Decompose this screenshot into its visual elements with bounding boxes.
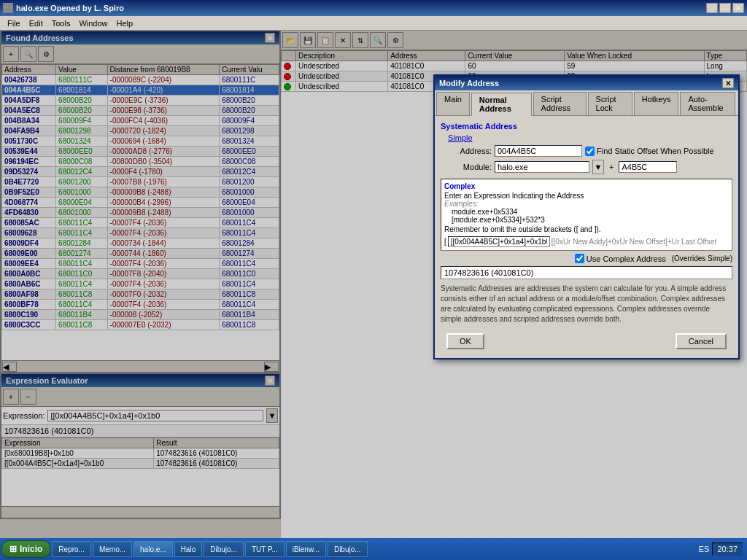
- complex-enter-text: Enter an Expression Indicating the Addre…: [444, 192, 729, 200]
- tab-hotkeys[interactable]: Hotkeys: [634, 92, 679, 115]
- plus-sign: +: [609, 163, 614, 171]
- subsection-simple: Simple Address: Find Static Offset When …: [448, 133, 732, 174]
- taskbar-task[interactable]: Repro...: [52, 541, 91, 557]
- module-row: Module: ▼ +: [448, 160, 732, 174]
- taskbar-task[interactable]: halo.e...: [133, 541, 173, 557]
- complex-expression-input[interactable]: [448, 236, 550, 247]
- taskbar-task[interactable]: Memo...: [93, 541, 132, 557]
- ok-button[interactable]: OK: [446, 333, 484, 349]
- module-dropdown[interactable]: ▼: [592, 160, 604, 174]
- minimize-button[interactable]: _: [706, 3, 718, 13]
- dialog-close-button[interactable]: ✕: [722, 78, 734, 88]
- use-complex-label: Use Complex Address: [575, 254, 666, 263]
- overrides-note: (Overrides Simple): [672, 254, 732, 262]
- simple-label[interactable]: Simple: [448, 133, 732, 142]
- taskbar-task[interactable]: Halo: [174, 541, 203, 557]
- tab-auto-assemble[interactable]: Auto-Assemble: [680, 92, 735, 115]
- complex-title: Complex: [444, 182, 729, 190]
- example1: module.exe+0x5334: [452, 208, 729, 216]
- dialog-buttons: OK Cancel: [441, 330, 732, 352]
- examples-container: module.exe+0x5334 [module.exe+0x5334]+53…: [452, 208, 729, 224]
- examples-label: Examples:: [444, 200, 729, 208]
- modal-overlay: Modify Address ✕ Main Normal Address Scr…: [0, 31, 747, 538]
- close-button[interactable]: ✕: [732, 3, 744, 13]
- use-complex-row: Use Complex Address (Overrides Simple): [441, 254, 732, 263]
- title-bar: halo.exe Opened by L. Spiro _ □ ✕: [0, 0, 747, 16]
- tab-script-address[interactable]: Script Address: [533, 92, 587, 115]
- menu-help[interactable]: Help: [112, 18, 138, 29]
- dialog-body: Systematic Address Simple Address: Find …: [435, 116, 738, 358]
- complex-note: Remember to omit the outside brackets ([…: [444, 225, 729, 233]
- offset-input[interactable]: [619, 161, 677, 173]
- address-label: Address:: [448, 147, 492, 155]
- menu-file[interactable]: File: [3, 18, 25, 29]
- clock: 20:37: [712, 542, 743, 556]
- taskbar-task[interactable]: Dibujo...: [204, 541, 244, 557]
- find-static-checkbox-label: Find Static Offset When Possible: [585, 147, 714, 156]
- maximize-button[interactable]: □: [719, 3, 731, 13]
- tab-script-lock[interactable]: Script Lock: [588, 92, 632, 115]
- menu-tools[interactable]: Tools: [47, 18, 75, 29]
- tab-main[interactable]: Main: [436, 92, 470, 115]
- taskbar: ⊞ Inicio Repro...Memo...halo.e...HaloDib…: [0, 538, 747, 560]
- modify-address-dialog: Modify Address ✕ Main Normal Address Scr…: [433, 74, 740, 359]
- result-display[interactable]: [441, 266, 732, 279]
- taskbar-tasks: Repro...Memo...halo.e...HaloDibujo...TUT…: [52, 541, 367, 557]
- module-input[interactable]: [495, 161, 589, 173]
- menu-bar: File Edit Tools Window Help: [0, 16, 747, 31]
- tab-normal-address[interactable]: Normal Address: [471, 93, 532, 116]
- window-title: halo.exe Opened by L. Spiro: [16, 4, 124, 12]
- complex-input-row: [ [[0xUr New Addy]+0xUr New Offset]+Ur L…: [444, 236, 729, 247]
- taskbar-task[interactable]: Dibujo...: [328, 541, 368, 557]
- info-text: Systematic Addresses are addresses the s…: [441, 284, 732, 324]
- address-input[interactable]: [495, 145, 582, 157]
- system-lang: ES: [699, 545, 710, 553]
- complex-hint: [[0xUr New Addy]+0xUr New Offset]+Ur Las…: [551, 238, 716, 246]
- menu-edit[interactable]: Edit: [25, 18, 47, 29]
- start-button[interactable]: ⊞ Inicio: [1, 540, 50, 558]
- module-label: Module:: [448, 163, 492, 171]
- left-bracket: [: [444, 238, 446, 246]
- address-row: Address: Find Static Offset When Possibl…: [448, 145, 732, 157]
- dialog-title: Modify Address ✕: [435, 76, 738, 90]
- dialog-tabs: Main Normal Address Script Address Scrip…: [435, 90, 738, 116]
- cancel-button[interactable]: Cancel: [676, 333, 727, 349]
- example2: [module.exe+0x5334]+532*3: [452, 216, 729, 224]
- find-static-checkbox[interactable]: [585, 147, 595, 156]
- app-icon: [3, 3, 13, 13]
- taskbar-right: ES 20:37: [699, 542, 746, 556]
- menu-window[interactable]: Window: [74, 18, 112, 29]
- use-complex-checkbox[interactable]: [575, 254, 584, 263]
- window-controls: _ □ ✕: [706, 3, 744, 13]
- complex-section: Complex Enter an Expression Indicating t…: [441, 179, 732, 251]
- section-systematic: Systematic Address: [441, 122, 732, 131]
- taskbar-task[interactable]: TUT P...: [245, 541, 285, 557]
- taskbar-task[interactable]: iBienw...: [286, 541, 326, 557]
